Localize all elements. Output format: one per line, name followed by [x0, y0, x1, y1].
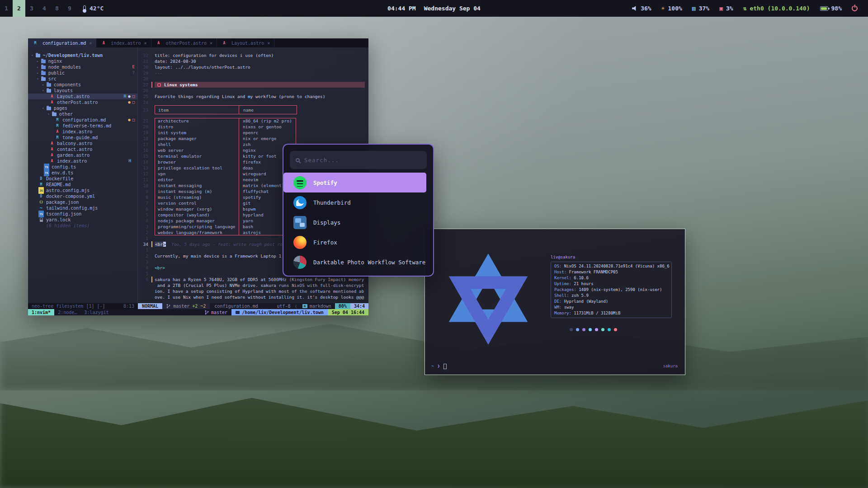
close-icon[interactable]: ×: [144, 40, 147, 46]
tmux-window-tab[interactable]: 2:node…: [54, 309, 80, 315]
editor-tab[interactable]: index.astro ×: [96, 38, 151, 47]
tmux-window-tab[interactable]: 3:lazygit: [80, 309, 112, 315]
tmux-window-tab[interactable]: 1:nvim*: [28, 309, 54, 315]
expander-icon[interactable]: ▾: [42, 88, 44, 94]
markdown-file-icon: [54, 135, 61, 140]
bar-module[interactable]: ▤ 37%: [692, 5, 709, 12]
tree-item-label: garden.astro: [57, 152, 90, 158]
tree-item[interactable]: balcony.astro: [28, 141, 137, 146]
bar-module[interactable]: ⇅ eth0 (10.0.0.140): [743, 5, 810, 12]
module-value: 3%: [726, 5, 733, 12]
tree-item[interactable]: docker-compose.yml: [28, 193, 137, 199]
expander-icon[interactable]: ▸: [37, 58, 39, 64]
expander-icon[interactable]: ▸: [37, 64, 39, 70]
close-icon[interactable]: ×: [267, 40, 270, 46]
workspace-button[interactable]: 3: [25, 0, 38, 17]
typescript-file-icon: [38, 211, 44, 216]
tree-item[interactable]: ▾ layouts: [28, 88, 137, 94]
tree-item[interactable]: ▸ nginx: [28, 58, 137, 64]
workspace-button[interactable]: 2: [13, 0, 25, 17]
workspace-button[interactable]: 9: [63, 0, 76, 17]
bar-module[interactable]: ▣ 3%: [719, 5, 733, 12]
tree-item-badges: ?: [129, 70, 135, 76]
tree-item-badges: [131, 170, 135, 176]
markdown-table-header: 23 item name: [138, 105, 368, 114]
typescript-file-icon: [43, 170, 50, 175]
tree-item[interactable]: env.d.ts: [28, 170, 137, 176]
buffer-tabline: configuration.md × index.astro × otherPo…: [28, 38, 368, 47]
tree-item-label: pages: [54, 105, 67, 111]
workspace-button[interactable]: 1: [0, 0, 13, 17]
tree-item[interactable]: Layout.astro H ● □: [28, 94, 137, 99]
tree-statusline: neo-tree filesystem [1] [-] 8:13: [28, 303, 138, 309]
tree-item-label: otherPost.astro: [57, 99, 98, 105]
tree-item[interactable]: contact.astro: [28, 146, 137, 152]
bar-module[interactable]: 36%: [632, 5, 651, 12]
tree-item[interactable]: README.md: [28, 182, 137, 188]
tree-item[interactable]: astro.config.mjs: [28, 188, 137, 193]
tree-item-label: tsconfig.json: [46, 211, 81, 217]
darktable-icon: [293, 256, 307, 269]
editor-tab[interactable]: configuration.md ×: [28, 38, 96, 47]
tree-item[interactable]: tone-guide.md: [28, 135, 137, 141]
app-launcher[interactable]: Spotify Thunderbird Displays Firefox: [283, 144, 434, 277]
launcher-search[interactable]: [290, 151, 427, 169]
expander-icon[interactable]: ▸: [42, 82, 44, 88]
launcher-item[interactable]: Spotify: [283, 173, 426, 192]
tree-item[interactable]: ▸ node_modules E: [28, 64, 137, 70]
launcher-item[interactable]: Firefox: [283, 232, 426, 252]
palette-dot: [614, 328, 617, 331]
folder-icon: [40, 70, 47, 75]
tree-item[interactable]: yarn.lock: [28, 217, 137, 223]
workspace-button[interactable]: 4: [38, 0, 51, 17]
editor-tab[interactable]: otherPost.astro ×: [151, 38, 217, 47]
tree-item-label: nginx: [48, 58, 62, 64]
tree-item[interactable]: otherPost.astro ● □: [28, 99, 137, 105]
terminal-window[interactable]: liv@sakura OSNixOS 24.11.20240828.71e91c…: [425, 229, 685, 375]
bar-module[interactable]: 98%: [820, 5, 842, 12]
close-icon[interactable]: ×: [89, 40, 92, 46]
tree-item-label: docker-compose.yml: [46, 193, 95, 199]
bar-module[interactable]: ☀ 100%: [661, 5, 682, 12]
shell-prompt[interactable]: ~ ❯: [431, 363, 447, 369]
tree-item[interactable]: Dockerfile: [28, 176, 137, 182]
tree-item[interactable]: tailwind.config.mjs: [28, 205, 137, 211]
editor-tab[interactable]: Layout.astro ×: [217, 38, 274, 47]
tree-item-badges: [131, 129, 135, 135]
tree-item[interactable]: ▾ ~/Development/liv.town: [28, 52, 137, 58]
tree-item[interactable]: ▸ components: [28, 82, 137, 88]
tree-item-label: index.astro: [62, 129, 92, 135]
launcher-item[interactable]: Thunderbird: [283, 192, 426, 212]
tree-item[interactable]: (6 hidden items): [28, 223, 137, 229]
expander-icon[interactable]: ▾: [42, 105, 44, 111]
tree-item[interactable]: index.astro: [28, 129, 137, 135]
tree-item[interactable]: package.json: [28, 199, 137, 205]
tree-item[interactable]: ▸ public ?: [28, 70, 137, 76]
close-icon[interactable]: ×: [210, 40, 212, 46]
tree-item[interactable]: garden.astro: [28, 152, 137, 158]
tree-item[interactable]: ▾ pages: [28, 105, 137, 111]
bar-module[interactable]: [852, 5, 861, 11]
status-bar: 1 2 3 4 8 9 42°C 04:44 PM Wednesday Sep …: [0, 0, 868, 17]
tree-item[interactable]: tsconfig.json: [28, 211, 137, 217]
cpu-icon: ▣: [719, 5, 723, 11]
search-input[interactable]: [304, 157, 421, 164]
tree-item-label: env.d.ts: [52, 170, 73, 176]
editor-line: and a 2TB (Crucial P5 Plus) NVMe drive. …: [138, 282, 368, 288]
expander-icon[interactable]: ▸: [37, 70, 39, 76]
launcher-item[interactable]: Displays: [283, 212, 426, 232]
tree-item[interactable]: configuration.md ● □: [28, 117, 137, 123]
expander-icon[interactable]: ▾: [47, 111, 50, 117]
palette-dot: [576, 328, 579, 331]
tree-item[interactable]: ▾ other: [28, 111, 137, 117]
tree-item[interactable]: ▾ src: [28, 76, 137, 82]
tree-item[interactable]: fediverse-terms.md: [28, 123, 137, 129]
expander-icon[interactable]: ▾: [31, 52, 33, 58]
markdown-heading: Linux systems: [155, 82, 365, 88]
editor-line: 29---: [138, 70, 368, 76]
expander-icon[interactable]: ▾: [37, 76, 39, 82]
workspace-button[interactable]: 8: [51, 0, 63, 17]
launcher-item[interactable]: Darktable Photo Workflow Software: [283, 252, 426, 272]
git-blame-text: You, 5 days ago - feat: write rough post…: [171, 242, 283, 247]
folder-open-icon: [51, 112, 57, 117]
